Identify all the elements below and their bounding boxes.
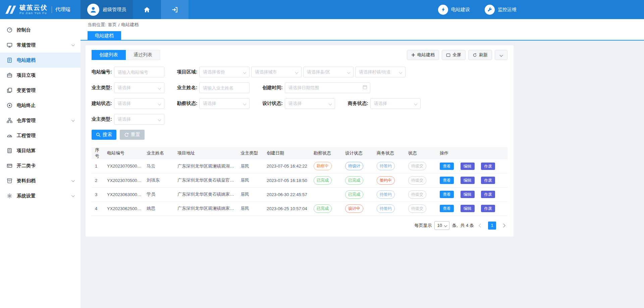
add-station-button[interactable]: 电站建档 (407, 50, 439, 60)
cell-created: 2023-06-25 10:57:04 (265, 201, 312, 215)
status-badge: 待提交 (408, 204, 426, 213)
next-page-button[interactable] (499, 222, 507, 230)
view-button[interactable]: 查看 (440, 177, 454, 184)
sidebar: 控制台 常规管理 电站建档 项目立项 变更管理 电站终止 仓库管理 (0, 19, 80, 308)
col-header: 项目地址 (175, 147, 238, 159)
refresh-button[interactable]: 刷新 (468, 50, 492, 60)
cell-owner: 刘强东 (145, 173, 175, 187)
sidebar-item-station-archive[interactable]: 电站建档 (0, 53, 80, 68)
monitor-icon (7, 42, 12, 48)
fullscreen-button[interactable]: 全屏 (442, 50, 466, 60)
filter-form: 电站编号: 项目区域: 请选择省份 请选择城市 请选择县/区 请选择村镇/街道 … (92, 67, 507, 140)
chevron-down-icon (243, 71, 247, 74)
owner-name-input[interactable] (199, 82, 250, 93)
current-page[interactable]: 1 (488, 222, 496, 230)
sidebar-item-type2-card[interactable]: 开二类卡 (0, 158, 80, 173)
chevron-down-icon (158, 118, 161, 121)
station-no-input[interactable] (114, 67, 164, 77)
logout-icon (171, 6, 178, 13)
edit-button[interactable]: 编辑 (461, 177, 475, 184)
survey-status-select[interactable]: 请选择 (199, 98, 250, 109)
gauge-icon (7, 133, 12, 138)
survey-status-label: 勘察状态: (177, 101, 198, 107)
sidebar-item-station-termination[interactable]: 电站终止 (0, 98, 80, 113)
edit-button[interactable]: 编辑 (461, 191, 475, 198)
page-tab-strip: 电站建档 (80, 30, 644, 41)
col-header: 勘察状态 (312, 147, 343, 159)
cell-no: 3 (92, 187, 105, 201)
col-header: 设计状态 (343, 147, 375, 159)
sidebar-item-data-archive[interactable]: 资料归档 (0, 173, 80, 188)
nav-monitor-ops[interactable]: 监控运维 (485, 5, 517, 15)
breadcrumb-home[interactable]: 首页 (108, 22, 117, 28)
edit-button[interactable]: 编辑 (461, 163, 475, 170)
city-select[interactable]: 请选择城市 (251, 67, 302, 77)
home-button[interactable] (133, 0, 161, 19)
tab-passed-list[interactable]: 通过列表 (126, 50, 160, 60)
table-row: 1 YX2023070500011 马云 广东深圳龙华区观澜镇观湖路... 居民… (92, 159, 507, 173)
sidebar-item-project-settlement[interactable]: 项目结算 (0, 143, 80, 158)
reset-button[interactable]: 重置 (120, 130, 145, 140)
sidebar-item-engineering-mgmt[interactable]: 工程管理 (0, 128, 80, 143)
owner-type2-select[interactable]: 请选择 (114, 114, 164, 125)
logout-button[interactable] (161, 0, 189, 19)
tab-create-list[interactable]: 创建列表 (92, 50, 126, 60)
cell-station-no: YX2023063000009 (105, 187, 145, 201)
wrench-icon (485, 5, 495, 15)
sidebar-item-label: 系统设置 (17, 193, 36, 199)
design-status-select[interactable]: 请选择 (285, 98, 335, 109)
document-icon (7, 57, 12, 63)
user-menu[interactable]: 超级管理员 (80, 0, 133, 19)
owner-type-select[interactable]: 请选择 (114, 82, 164, 93)
sidebar-item-label: 工程管理 (17, 133, 36, 139)
chevron-down-icon (444, 224, 447, 227)
logo-subtitle: Po Jian Yun Fu (19, 11, 48, 15)
archive-icon (7, 178, 12, 184)
per-page-select[interactable]: 10 (434, 221, 449, 230)
collapse-toolbar-button[interactable] (495, 50, 507, 60)
sidebar-item-label: 变更管理 (17, 87, 36, 94)
col-header: 状态 (406, 147, 438, 159)
view-button[interactable]: 查看 (440, 163, 454, 170)
town-select[interactable]: 请选择村镇/街道 (355, 67, 406, 77)
sidebar-item-change-mgmt[interactable]: 变更管理 (0, 83, 80, 98)
sidebar-item-console[interactable]: 控制台 (0, 22, 80, 38)
void-button[interactable]: 作废 (481, 177, 495, 184)
sidebar-item-system-settings[interactable]: 系统设置 (0, 188, 80, 203)
page-tab-station-archive[interactable]: 电站建档 (88, 31, 121, 40)
survey-status-badge: 勘察中 (314, 162, 332, 170)
search-button[interactable]: 搜索 (92, 130, 116, 140)
sidebar-item-general-mgmt[interactable]: 常规管理 (0, 38, 80, 53)
col-header: 操作 (438, 147, 507, 159)
cell-address: 广东深圳龙华区观澜镇观湖路... (175, 159, 238, 173)
business-status-badge: 待签约 (377, 204, 395, 213)
cell-owner-type: 居民 (238, 187, 265, 201)
col-header: 创建日期 (265, 147, 312, 159)
business-status-label: 商务状态: (348, 101, 368, 107)
view-button[interactable]: 查看 (440, 205, 454, 212)
refresh-icon (473, 53, 477, 57)
per-page-label: 每页显示 (414, 223, 432, 229)
business-status-select[interactable]: 请选择 (370, 98, 421, 109)
create-time-range-input[interactable]: 请选择日期范围 (285, 82, 370, 93)
county-select[interactable]: 请选择县/区 (303, 67, 354, 77)
void-button[interactable]: 作废 (481, 205, 495, 212)
topbar: 破茧云伏 Po Jian Yun Fu 代理端 超级管理员 电站建设 (0, 0, 644, 19)
view-button[interactable]: 查看 (440, 191, 454, 198)
sidebar-item-project-initiation[interactable]: 项目立项 (0, 68, 80, 83)
build-status-select[interactable]: 请选择 (114, 98, 164, 109)
table-row: 3 YX2023063000009 学员 广东深圳龙华区黄石镇姚家庄... 居民… (92, 187, 507, 201)
nav-station-build[interactable]: 电站建设 (438, 5, 470, 15)
prev-page-button[interactable] (477, 222, 485, 230)
sidebar-item-label: 仓库管理 (17, 118, 36, 124)
survey-status-badge: 已完成 (314, 204, 332, 213)
void-button[interactable]: 作废 (481, 163, 495, 170)
col-header: 序号 (92, 147, 105, 159)
sidebar-item-warehouse-mgmt[interactable]: 仓库管理 (0, 113, 80, 128)
chevron-down-icon (347, 71, 351, 74)
void-button[interactable]: 作废 (481, 191, 495, 198)
province-select[interactable]: 请选择省份 (199, 67, 250, 77)
card-icon (7, 163, 12, 169)
table-header-row: 序号 电站编号 业主姓名 项目地址 业主类型 创建日期 勘察状态 设计状态 商务… (92, 147, 507, 159)
edit-button[interactable]: 编辑 (461, 205, 475, 212)
